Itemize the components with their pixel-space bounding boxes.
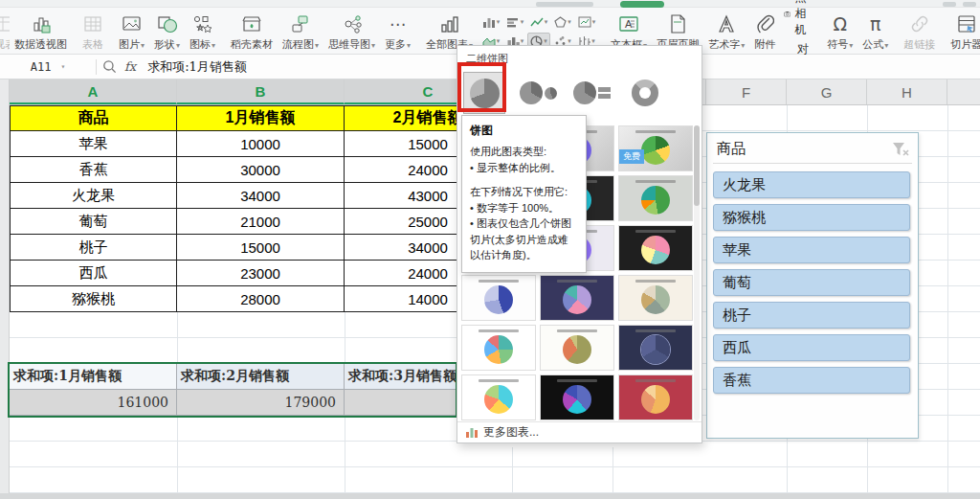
pie-template-thumbnail[interactable] <box>461 325 536 371</box>
sum-label-cell[interactable]: 求和项:2月销售额 <box>177 364 345 390</box>
gridlines-below-panel <box>457 447 702 493</box>
pie-template-thumbnail[interactable] <box>618 325 693 371</box>
table-cell[interactable]: 10000 <box>177 131 345 157</box>
pie-template-thumbnail[interactable] <box>618 275 693 321</box>
pie-tooltip: 饼图 使用此图表类型: • 显示整体的比例。 在下列情况下使用它: • 数字等于… <box>461 115 587 273</box>
row-headers-strip <box>0 79 10 493</box>
sum-value-cell[interactable]: 179000 <box>177 390 345 416</box>
combo-chart-button[interactable]: ▾ <box>575 13 598 31</box>
tool-camera[interactable]: 照相机 <box>784 0 813 38</box>
tool-symbol[interactable]: Ω 符号▾ <box>822 10 858 54</box>
tool-pivot-table-cut[interactable]: 视表 <box>0 10 10 54</box>
pie-template-thumbnail[interactable] <box>618 374 693 420</box>
table-cell[interactable]: 香蕉 <box>10 157 177 183</box>
formula-input[interactable]: 求和项:1月销售额 <box>147 58 247 76</box>
table-cell[interactable]: 桃子 <box>10 235 177 261</box>
table-cell[interactable]: 34000 <box>177 183 345 209</box>
table-cell[interactable]: 23000 <box>177 261 345 286</box>
table-cell[interactable]: 西瓜 <box>10 261 177 286</box>
bar-chart-button[interactable]: ▾ <box>503 13 526 31</box>
active-cell-A11[interactable]: 求和项:1月销售额 <box>10 364 177 390</box>
pie-template-thumbnail[interactable] <box>540 275 614 321</box>
sum-value-cell[interactable]: 161000 <box>10 390 177 416</box>
magnifier-icon[interactable] <box>102 59 117 74</box>
slicer-panel[interactable]: 商品 火龙果 猕猴桃 苹果 葡萄 桃子 西瓜 香蕉 <box>706 132 919 439</box>
tooltip-line: • 显示整体的比例。 <box>470 160 578 176</box>
pie-template-thumbnail[interactable] <box>618 225 693 271</box>
slicer-item[interactable]: 桃子 <box>713 302 910 329</box>
tool-icons[interactable]: 图标▾ <box>185 10 220 54</box>
column-header-A[interactable]: A <box>10 79 177 104</box>
name-box-caret-icon[interactable]: ▾ <box>60 62 65 71</box>
tool-shapes[interactable]: 形状▾ <box>149 10 185 54</box>
tool-pivot-chart[interactable]: 数据透视图 <box>10 10 72 54</box>
textbox-icon: A <box>617 12 640 35</box>
pie-chart-dropdown-panel: 二维饼图 免费 免费 饼图 使用此图表类型: • 显示整体的比例。 在下列情况下… <box>457 45 702 443</box>
tool-table[interactable]: 表格 <box>78 10 108 54</box>
slicer-item[interactable]: 火龙果 <box>713 171 910 198</box>
shapes-icon <box>156 12 179 35</box>
slicer-item[interactable]: 苹果 <box>713 237 910 263</box>
bar-of-pie-icon <box>573 81 611 104</box>
pie-template-thumbnail[interactable] <box>461 275 536 321</box>
slicer-item[interactable]: 西瓜 <box>713 334 910 361</box>
radar-chart-button[interactable]: ▾ <box>551 13 574 31</box>
column-header-F[interactable]: F <box>706 79 787 104</box>
table-cell[interactable]: 葡萄 <box>10 209 177 235</box>
pie-template-thumbnail[interactable] <box>618 175 693 221</box>
picture-icon <box>122 12 143 35</box>
bar-of-pie-type-button[interactable] <box>570 72 612 114</box>
line-chart-button[interactable]: ▾ <box>527 13 550 31</box>
pie-template-thumbnail[interactable] <box>461 374 536 420</box>
name-box[interactable]: A11 ▾ <box>6 57 90 77</box>
tooltip-line: 在下列情况下使用它: <box>470 184 578 200</box>
column-header-partial[interactable] <box>947 79 980 104</box>
camera-icon <box>784 9 791 19</box>
scrollbar-thumb[interactable] <box>694 125 700 206</box>
slicer-item[interactable]: 香蕉 <box>713 367 910 394</box>
column-header-B[interactable]: B <box>177 79 345 104</box>
table-cell[interactable]: 21000 <box>177 209 345 235</box>
tooltip-line: 使用此图表类型: <box>470 144 578 160</box>
pie-type-button[interactable] <box>463 72 505 114</box>
pie-of-pie-type-button[interactable] <box>517 72 559 114</box>
paperclip-icon <box>755 12 774 35</box>
tool-mindmap[interactable]: 思维导图▾ <box>323 10 380 54</box>
tooltip-line: • 图表仅包含几个饼图切片(太多切片造成难以估计角度)。 <box>470 215 578 263</box>
tool-flowchart[interactable]: 流程图▾ <box>278 10 323 54</box>
table-header-cell[interactable]: 1月销售额 <box>177 105 345 131</box>
table-cell[interactable]: 15000 <box>177 235 345 261</box>
table-cell[interactable]: 28000 <box>177 286 345 312</box>
slicer-item[interactable]: 猕猴桃 <box>713 204 910 231</box>
table-header-cell[interactable]: 商品 <box>10 105 177 131</box>
pie-template-thumbnail[interactable] <box>540 325 614 371</box>
slicer-item[interactable]: 葡萄 <box>713 269 910 296</box>
tool-attachment[interactable]: 附件 <box>749 10 780 54</box>
doughnut-type-button[interactable] <box>624 72 666 114</box>
table-cell[interactable]: 猕猴桃 <box>10 286 177 312</box>
pie-template-thumbnail[interactable]: 免费 <box>618 125 693 171</box>
tool-slicer[interactable]: 切片器 <box>946 10 980 54</box>
tool-docer-assets[interactable]: 稻壳素材 <box>226 10 278 54</box>
column-chart-button[interactable]: ▾ <box>479 13 502 31</box>
tool-picture[interactable]: 图片▾ <box>114 10 149 54</box>
tool-formula[interactable]: π 公式▾ <box>858 10 893 54</box>
flowchart-icon <box>289 12 312 35</box>
chart-type-row <box>457 70 702 120</box>
omega-symbol-icon: Ω <box>833 12 847 35</box>
gallery-scrollbar[interactable] <box>694 125 700 420</box>
more-charts-link[interactable]: 更多图表... <box>457 421 702 442</box>
table-cell[interactable]: 苹果 <box>10 131 177 157</box>
column-header-H[interactable]: H <box>867 79 947 104</box>
tool-wordart[interactable]: 艺术字▾ <box>703 10 749 54</box>
table-cell[interactable]: 火龙果 <box>10 183 177 209</box>
table-cell[interactable]: 30000 <box>177 157 345 183</box>
tool-more[interactable]: ⋯ 更多▾ <box>380 10 415 54</box>
pie-template-thumbnail[interactable] <box>540 374 614 420</box>
fx-icon[interactable]: fx <box>124 59 136 74</box>
more-charts-icon <box>465 426 479 439</box>
titlebar-blur <box>536 2 593 7</box>
column-header-G[interactable]: G <box>787 79 867 104</box>
tool-hyperlink[interactable]: 超链接 <box>899 10 940 54</box>
clear-filter-icon[interactable] <box>891 141 910 158</box>
